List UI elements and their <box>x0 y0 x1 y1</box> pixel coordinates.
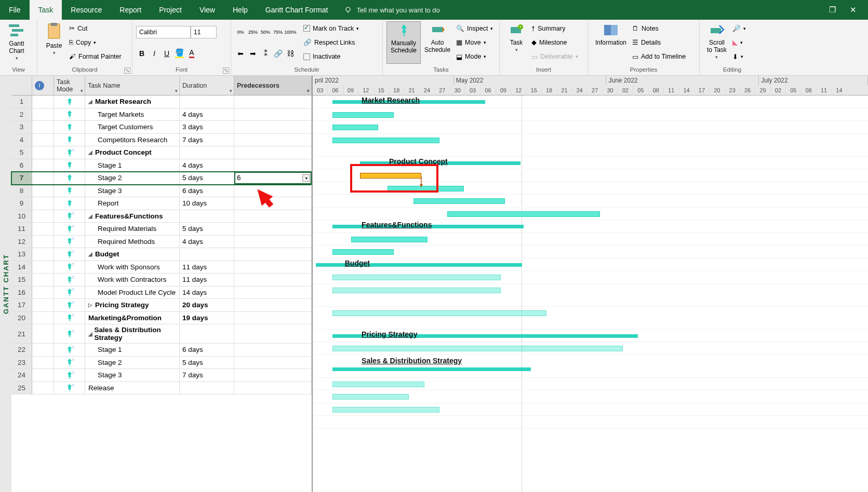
underline-button[interactable]: U <box>161 48 172 59</box>
task-name-cell[interactable]: Report <box>85 197 180 210</box>
task-name-cell[interactable]: Stage 2 <box>85 357 180 369</box>
duration-cell[interactable] <box>180 146 234 159</box>
pct-50-button[interactable]: 50% <box>260 26 271 38</box>
task-name-cell[interactable]: ◢Product Concept <box>85 146 180 159</box>
task-mode-cell[interactable] <box>54 172 85 184</box>
duration-cell[interactable]: 11 days <box>180 261 234 274</box>
duration-cell[interactable]: 7 days <box>180 134 234 146</box>
task-mode-cell[interactable] <box>54 159 85 172</box>
table-row[interactable]: 25?Release <box>11 382 312 395</box>
table-row[interactable]: 22?Stage 16 days <box>11 344 312 357</box>
table-row[interactable]: 24?Stage 37 days <box>11 369 312 382</box>
task-bar[interactable] <box>447 211 600 217</box>
task-name-cell[interactable]: Model Product Life Cycle <box>85 286 180 299</box>
predecessors-cell[interactable] <box>234 286 312 299</box>
font-name-input[interactable] <box>136 26 191 38</box>
task-mode-cell[interactable]: ? <box>54 344 85 356</box>
header-rownum[interactable] <box>11 76 32 95</box>
move-button[interactable]: ▦Move▾ <box>454 36 495 49</box>
pct-0-button[interactable]: 0% <box>235 26 246 38</box>
row-number[interactable]: 24 <box>11 369 32 381</box>
tab-resource[interactable]: Resource <box>62 0 111 20</box>
table-row[interactable]: 4Competitors Research7 days <box>11 134 312 147</box>
task-name-cell[interactable]: ◢Features&Functions <box>85 210 180 223</box>
indicator-cell[interactable] <box>32 274 54 286</box>
task-mode-cell[interactable]: ? <box>54 299 85 311</box>
row-number[interactable]: 12 <box>11 236 32 248</box>
duration-cell[interactable]: 19 days <box>180 312 234 324</box>
row-number[interactable]: 15 <box>11 274 32 286</box>
indicator-cell[interactable] <box>32 299 54 311</box>
mark-on-track-button[interactable]: Mark on Track▾ <box>301 22 361 35</box>
copy-button[interactable]: ⎘Copy▾ <box>67 36 124 49</box>
row-number[interactable]: 1 <box>11 95 32 108</box>
tab-task[interactable]: Task <box>30 0 62 20</box>
row-number[interactable]: 21 <box>11 324 32 343</box>
task-mode-cell[interactable]: ? <box>54 369 85 381</box>
row-number[interactable]: 25 <box>11 382 32 394</box>
clear-button[interactable]: ◣▾ <box>730 36 748 49</box>
font-color-button[interactable]: A <box>186 48 197 59</box>
table-row[interactable]: 13?◢Budget <box>11 248 312 261</box>
indent-button[interactable]: ➡ <box>247 48 259 59</box>
notes-button[interactable]: 🗒Notes <box>630 22 688 35</box>
task-bar[interactable] <box>332 275 500 280</box>
indicator-cell[interactable] <box>32 95 54 108</box>
inspect-button[interactable]: 🔍Inspect▾ <box>454 22 495 35</box>
duration-cell[interactable] <box>180 324 234 343</box>
tell-me-search[interactable]: Tell me what you want to do <box>337 6 447 14</box>
header-indicator[interactable]: i <box>32 76 54 95</box>
indicator-cell[interactable] <box>32 357 54 369</box>
task-bar[interactable] <box>332 138 439 143</box>
duration-cell[interactable]: 5 days <box>180 172 234 184</box>
duration-cell[interactable] <box>180 382 234 394</box>
duration-cell[interactable]: 6 days <box>180 185 234 197</box>
row-number[interactable]: 2 <box>11 108 32 121</box>
duration-cell[interactable]: 7 days <box>180 369 234 381</box>
task-mode-cell[interactable] <box>54 185 85 197</box>
indicator-cell[interactable] <box>32 369 54 381</box>
inactivate-button[interactable]: Inactivate <box>301 50 361 63</box>
tab-project[interactable]: Project <box>150 0 191 20</box>
indicator-cell[interactable] <box>32 134 54 146</box>
task-mode-cell[interactable]: ? <box>54 324 85 343</box>
row-number[interactable]: 3 <box>11 121 32 133</box>
task-name-cell[interactable]: Required Methods <box>85 236 180 248</box>
duration-cell[interactable]: 10 days <box>180 197 234 210</box>
tab-file[interactable]: File <box>0 0 30 20</box>
predecessors-cell[interactable] <box>234 223 312 235</box>
task-mode-cell[interactable]: ? <box>54 210 85 223</box>
task-name-cell[interactable]: Work with Contractors <box>85 274 180 286</box>
predecessors-cell[interactable] <box>234 108 312 121</box>
summary-bar[interactable] <box>332 367 531 371</box>
indicator-cell[interactable] <box>32 286 54 299</box>
predecessors-cell[interactable] <box>234 312 312 324</box>
font-launcher[interactable]: ⤡ <box>223 67 229 74</box>
task-name-cell[interactable]: Work with Sponsors <box>85 261 180 274</box>
predecessors-cell[interactable] <box>234 95 312 108</box>
tab-help[interactable]: Help <box>224 0 257 20</box>
predecessors-cell[interactable] <box>234 146 312 159</box>
predecessors-cell[interactable] <box>234 382 312 394</box>
cut-button[interactable]: ✂Cut <box>67 22 124 35</box>
task-bar[interactable] <box>413 198 505 204</box>
predecessors-cell[interactable] <box>234 134 312 146</box>
details-button[interactable]: ☰Details <box>630 36 688 49</box>
pct-100-button[interactable]: 100% <box>285 26 296 38</box>
task-mode-cell[interactable]: ? <box>54 312 85 324</box>
bold-button[interactable]: B <box>136 48 148 59</box>
row-number[interactable]: 14 <box>11 261 32 274</box>
task-name-cell[interactable]: Competitors Research <box>85 134 180 146</box>
predecessors-cell[interactable] <box>234 185 312 197</box>
outdent-button[interactable]: ⬅ <box>235 48 246 59</box>
pct-75-button[interactable]: 75% <box>272 26 284 38</box>
window-restore-icon[interactable]: ❐ <box>826 5 838 15</box>
unlink-button[interactable]: ⛓ <box>285 48 296 59</box>
task-name-cell[interactable]: Release <box>85 382 180 394</box>
auto-schedule-button[interactable]: Auto Schedule <box>421 21 454 64</box>
task-mode-cell[interactable] <box>54 197 85 210</box>
table-row[interactable]: 7Stage 25 days6▾ <box>11 172 312 185</box>
duration-cell[interactable]: 4 days <box>180 108 234 121</box>
task-name-cell[interactable]: Marketing&Promotion <box>85 312 180 324</box>
window-close-icon[interactable]: ✕ <box>847 5 859 15</box>
